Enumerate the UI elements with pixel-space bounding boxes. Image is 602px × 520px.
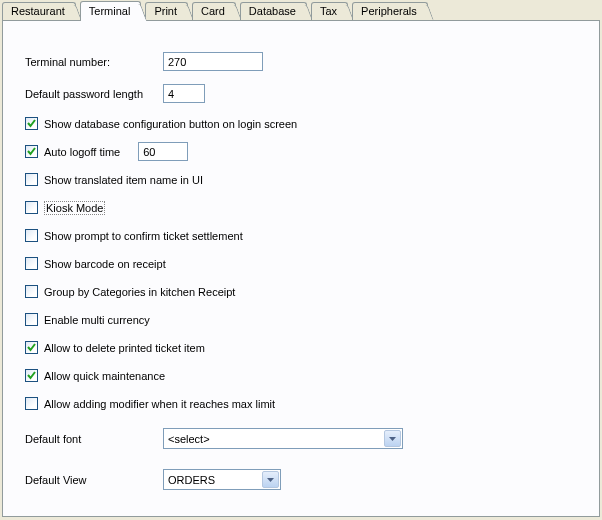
svg-marker-1 [267,478,274,482]
tab-label: Peripherals [361,5,417,17]
default-font-select[interactable]: <select> [163,428,403,449]
tab-tax[interactable]: Tax [311,2,348,20]
show-db-config-label: Show database configuration button on lo… [44,118,297,130]
group-categories-checkbox[interactable] [25,285,38,298]
tab-label: Print [154,5,177,17]
delete-printed-checkbox[interactable] [25,341,38,354]
default-font-value: <select> [168,433,210,445]
default-view-select[interactable]: ORDERS [163,469,281,490]
multi-currency-label: Enable multi currency [44,314,150,326]
tab-restaurant[interactable]: Restaurant [2,2,76,20]
confirm-settlement-label: Show prompt to confirm ticket settlement [44,230,243,242]
default-view-label: Default View [25,474,163,486]
tab-label: Database [249,5,296,17]
auto-logoff-label: Auto logoff time [44,146,120,158]
tab-label: Restaurant [11,5,65,17]
quick-maintenance-label: Allow quick maintenance [44,370,165,382]
default-font-label: Default font [25,433,163,445]
tab-terminal[interactable]: Terminal [80,1,142,21]
quick-maintenance-checkbox[interactable] [25,369,38,382]
default-view-value: ORDERS [168,474,215,486]
show-db-config-checkbox[interactable] [25,117,38,130]
tab-card[interactable]: Card [192,2,236,20]
multi-currency-checkbox[interactable] [25,313,38,326]
tab-label: Terminal [89,5,131,17]
chevron-down-icon [384,430,401,447]
auto-logoff-time-input[interactable] [138,142,188,161]
default-password-length-label: Default password length [25,88,163,100]
terminal-panel: Terminal number: Default password length… [2,20,600,517]
add-modifier-max-label: Allow adding modifier when it reaches ma… [44,398,275,410]
kiosk-mode-label: Kiosk Mode [44,201,105,215]
kiosk-mode-checkbox[interactable] [25,201,38,214]
chevron-down-icon [262,471,279,488]
terminal-number-input[interactable] [163,52,263,71]
tab-label: Card [201,5,225,17]
show-translated-label: Show translated item name in UI [44,174,203,186]
tab-label: Tax [320,5,337,17]
barcode-receipt-label: Show barcode on receipt [44,258,166,270]
auto-logoff-checkbox[interactable] [25,145,38,158]
terminal-number-label: Terminal number: [25,56,163,68]
group-categories-label: Group by Categories in kitchen Receipt [44,286,235,298]
add-modifier-max-checkbox[interactable] [25,397,38,410]
delete-printed-label: Allow to delete printed ticket item [44,342,205,354]
tab-database[interactable]: Database [240,2,307,20]
confirm-settlement-checkbox[interactable] [25,229,38,242]
default-password-length-input[interactable] [163,84,205,103]
tab-peripherals[interactable]: Peripherals [352,2,428,20]
svg-marker-0 [389,437,396,441]
tab-print[interactable]: Print [145,2,188,20]
show-translated-checkbox[interactable] [25,173,38,186]
tab-bar: Restaurant Terminal Print Card Database … [0,0,602,20]
barcode-receipt-checkbox[interactable] [25,257,38,270]
